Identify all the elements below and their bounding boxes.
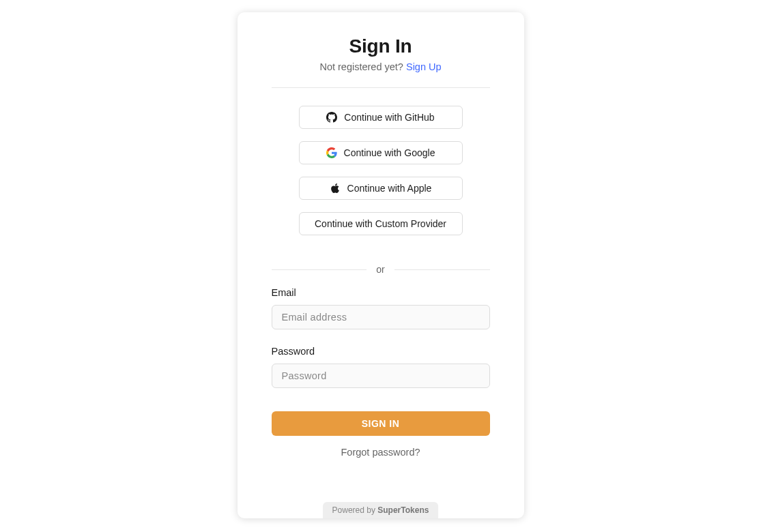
- subtitle: Not registered yet? Sign Up: [319, 61, 441, 72]
- apple-icon: [330, 183, 341, 194]
- or-divider: or: [272, 264, 490, 275]
- github-button-label: Continue with GitHub: [344, 112, 434, 123]
- continue-apple-button[interactable]: Continue with Apple: [299, 177, 463, 200]
- divider-line: [272, 87, 490, 88]
- subtitle-prefix: Not registered yet?: [319, 61, 406, 72]
- apple-button-label: Continue with Apple: [347, 183, 432, 194]
- powered-badge: Powered by SuperTokens: [323, 502, 439, 518]
- continue-github-button[interactable]: Continue with GitHub: [299, 106, 463, 129]
- google-button-label: Continue with Google: [344, 147, 435, 158]
- email-field-group: Email: [272, 287, 490, 329]
- divider-text: or: [367, 264, 394, 275]
- page-title: Sign In: [349, 35, 412, 57]
- password-field-group: Password: [272, 346, 490, 388]
- divider-line-right: [394, 269, 490, 270]
- powered-brand: SuperTokens: [377, 505, 429, 515]
- continue-custom-button[interactable]: Continue with Custom Provider: [299, 212, 463, 235]
- custom-button-label: Continue with Custom Provider: [315, 218, 446, 229]
- github-icon: [326, 112, 337, 123]
- password-input[interactable]: [272, 364, 490, 388]
- continue-google-button[interactable]: Continue with Google: [299, 141, 463, 164]
- signin-card: Sign In Not registered yet? Sign Up Cont…: [238, 12, 524, 518]
- signup-link[interactable]: Sign Up: [406, 61, 442, 72]
- password-label: Password: [272, 346, 490, 357]
- forgot-password-link[interactable]: Forgot password?: [341, 447, 420, 458]
- email-input[interactable]: [272, 305, 490, 329]
- email-label: Email: [272, 287, 490, 298]
- powered-prefix: Powered by: [332, 505, 378, 515]
- google-icon: [326, 147, 337, 158]
- divider-line-left: [272, 269, 367, 270]
- signin-button[interactable]: SIGN IN: [272, 411, 490, 436]
